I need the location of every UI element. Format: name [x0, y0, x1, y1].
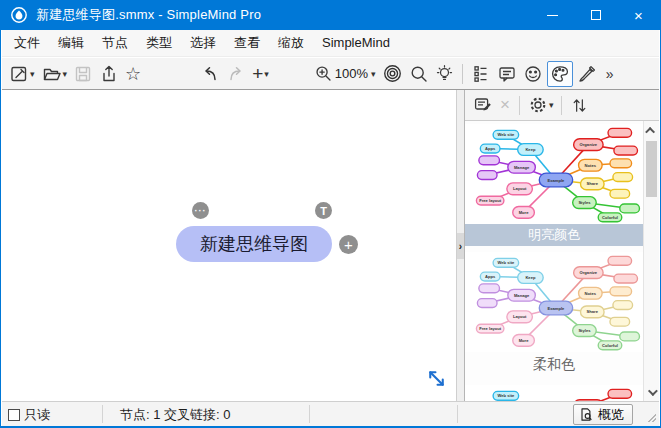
menu-item-zoom[interactable]: 缩放 [269, 30, 313, 56]
resize-grip[interactable] [648, 414, 656, 422]
app-window: 新建思维导图.smmx - SimpleMind Pro × 文件 编辑 节点 … [0, 0, 661, 428]
edit-style-icon [473, 95, 493, 115]
style-caption-selected[interactable]: 明亮颜色 [465, 224, 643, 246]
style-preview-list[interactable]: ExampleKeepWeb siteAppsManageLayoutFree … [465, 121, 659, 401]
open-button[interactable]: ▾ [39, 61, 70, 87]
menu-item-edit[interactable]: 编辑 [49, 30, 93, 56]
gear-icon [528, 95, 548, 115]
menu-item-simplemind[interactable]: SimpleMind [313, 30, 399, 56]
style-palette-button[interactable] [547, 61, 573, 87]
panel-splitter[interactable]: › [456, 90, 465, 401]
style-settings-button[interactable]: ▾ [526, 92, 556, 118]
menu-item-select[interactable]: 选择 [181, 30, 225, 56]
panel-collapse-handle[interactable]: › [457, 233, 464, 259]
overview-button[interactable]: 概览 [573, 404, 633, 425]
diagonal-resize-icon[interactable] [424, 366, 449, 391]
svg-text:Manage: Manage [514, 293, 530, 298]
svg-text:Organize: Organize [580, 270, 598, 275]
add-child-node-badge[interactable]: + [339, 235, 358, 254]
palette-icon [550, 64, 570, 84]
panel-toolbar-separator [519, 96, 520, 115]
svg-text:Keep: Keep [525, 275, 536, 280]
new-mindmap-button[interactable]: ▾ [7, 61, 37, 87]
style-preview-image: ExampleKeepWeb siteAppsManageLayoutFree … [465, 252, 643, 352]
svg-text:Notes: Notes [585, 291, 597, 296]
svg-text:Example: Example [548, 306, 566, 311]
format-painter-button[interactable] [575, 61, 599, 87]
chevron-down-icon [648, 386, 658, 396]
share-button[interactable] [97, 61, 121, 87]
readonly-toggle[interactable]: 只读 [8, 402, 50, 427]
menu-item-node[interactable]: 节点 [93, 30, 137, 56]
panel-scrollbar[interactable] [643, 121, 659, 401]
svg-text:Manage: Manage [514, 165, 530, 170]
svg-text:Layout: Layout [513, 186, 527, 191]
emoji-button[interactable] [521, 61, 545, 87]
svg-text:Share: Share [587, 309, 599, 314]
favorites-button[interactable]: ☆ [123, 61, 143, 87]
svg-text:Example: Example [548, 178, 566, 183]
zoom-control[interactable]: 100% ▾ [312, 61, 378, 87]
search-button[interactable] [407, 61, 431, 87]
svg-text:Web site: Web site [497, 393, 515, 398]
redo-button[interactable] [224, 61, 248, 87]
svg-text:Styles: Styles [578, 328, 591, 333]
overview-label: 概览 [598, 406, 624, 424]
statusbar-separator [102, 405, 103, 423]
menu-item-type[interactable]: 类型 [137, 30, 181, 56]
scroll-up-button[interactable] [644, 122, 659, 138]
toolbar-overflow-chevron[interactable]: » [606, 66, 614, 82]
save-icon [73, 64, 93, 84]
open-folder-icon [41, 64, 62, 84]
sort-styles-button[interactable] [568, 92, 591, 118]
brainstorm-button[interactable] [433, 61, 456, 87]
node-count-status: 节点: 1 交叉链接: 0 [120, 402, 231, 427]
edit-style-button[interactable] [471, 92, 495, 118]
svg-text:Colorful: Colorful [602, 343, 618, 348]
scrollbar-thumb[interactable] [646, 141, 657, 197]
plus-icon: + [252, 64, 263, 83]
central-topic-node[interactable]: 新建思维导图 [176, 226, 332, 262]
settings-dropdown-caret-icon[interactable]: ▾ [549, 100, 554, 110]
maximize-button[interactable] [574, 0, 617, 30]
toolbar-separator [462, 64, 463, 84]
outline-hierarchy-icon [471, 64, 491, 84]
mindmap-canvas[interactable]: ··· T 新建思维导图 + [2, 90, 456, 401]
node-more-actions-badge[interactable]: ··· [192, 202, 209, 219]
node-text-badge[interactable]: T [315, 202, 332, 219]
close-button[interactable]: × [617, 0, 660, 30]
menu-item-file[interactable]: 文件 [5, 30, 49, 56]
svg-text:Apps: Apps [485, 146, 496, 151]
zoom-dropdown-caret-icon[interactable]: ▾ [371, 69, 376, 79]
add-dropdown-caret-icon[interactable]: ▾ [264, 69, 269, 79]
soft-colors-mindmap-thumbnail: ExampleKeepWeb siteAppsManageLayoutFree … [465, 252, 643, 352]
style-caption[interactable]: 柔和色 [465, 352, 643, 378]
undo-button[interactable] [198, 61, 222, 87]
svg-text:Styles: Styles [578, 200, 591, 205]
readonly-checkbox[interactable] [8, 409, 20, 421]
scroll-down-button[interactable] [644, 384, 659, 400]
svg-text:Notes: Notes [585, 163, 597, 168]
outline-button[interactable] [469, 61, 493, 87]
search-icon [409, 64, 429, 84]
note-bubble-icon [497, 64, 517, 84]
style-item-partial[interactable]: ExampleKeepWeb siteAppsManageLayoutFree … [465, 385, 643, 401]
bright-colors-mindmap-thumbnail: ExampleKeepWeb siteAppsManageLayoutFree … [465, 124, 643, 224]
notes-button[interactable] [495, 61, 519, 87]
add-element-button[interactable]: + ▾ [250, 61, 271, 87]
statusbar-separator [309, 405, 310, 423]
delete-style-button[interactable]: × [496, 95, 514, 115]
svg-text:Free layout: Free layout [479, 198, 502, 203]
new-dropdown-caret-icon[interactable]: ▾ [30, 69, 35, 79]
svg-text:Organize: Organize [580, 142, 598, 147]
title-bar[interactable]: 新建思维导图.smmx - SimpleMind Pro × [1, 0, 660, 30]
center-map-button[interactable] [380, 61, 405, 87]
save-button[interactable] [71, 61, 95, 87]
minimize-button[interactable] [531, 0, 574, 30]
open-dropdown-caret-icon[interactable]: ▾ [63, 69, 68, 79]
svg-text:Apps: Apps [485, 274, 496, 279]
style-item-bright-colors[interactable]: ExampleKeepWeb siteAppsManageLayoutFree … [465, 124, 643, 246]
menu-item-view[interactable]: 查看 [225, 30, 269, 56]
style-item-soft-colors[interactable]: ExampleKeepWeb siteAppsManageLayoutFree … [465, 252, 643, 378]
style-preview-image: ExampleKeepWeb siteAppsManageLayoutFree … [465, 385, 643, 401]
